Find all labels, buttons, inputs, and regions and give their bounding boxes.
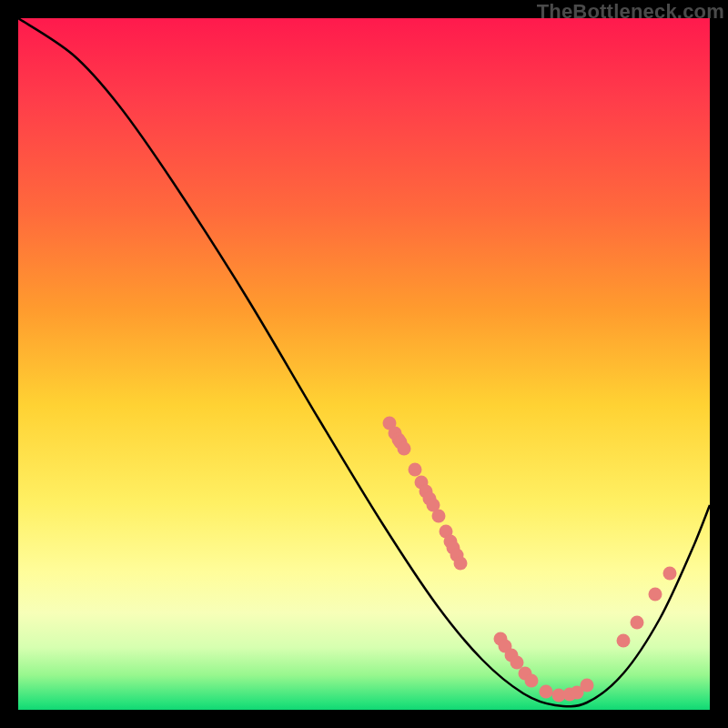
chart-frame (18, 18, 710, 710)
data-point (649, 588, 662, 602)
data-point (454, 557, 468, 571)
data-point (525, 674, 539, 688)
data-point (631, 616, 644, 630)
watermark-text: TheBottleneck.com (537, 0, 724, 24)
bottleneck-curve-chart (18, 18, 710, 710)
data-point (581, 679, 594, 693)
data-point (663, 567, 677, 581)
data-point-markers (383, 417, 677, 703)
data-point (617, 634, 631, 648)
data-point (409, 463, 422, 477)
bottleneck-curve (18, 18, 710, 706)
data-point (540, 685, 553, 699)
data-point (432, 510, 446, 523)
data-point (398, 442, 411, 456)
data-point (511, 656, 524, 670)
